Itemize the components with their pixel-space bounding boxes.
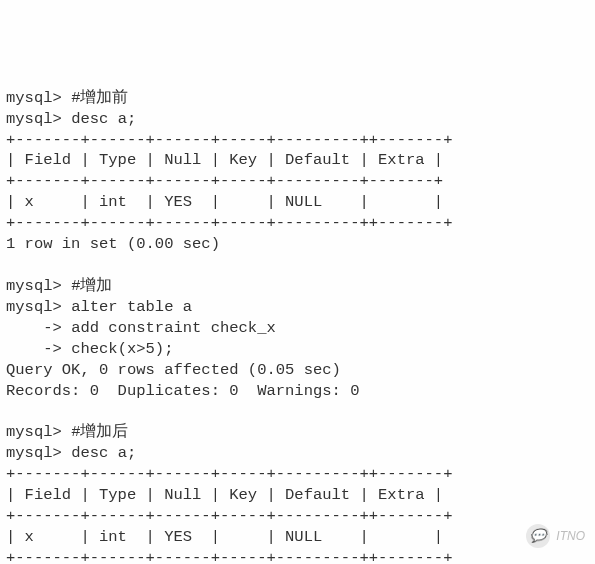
prompt: mysql> bbox=[6, 423, 62, 441]
table-row: | x | int | YES | | NULL | | bbox=[6, 528, 443, 546]
mysql-terminal: mysql> #增加前 mysql> desc a; +-------+----… bbox=[6, 88, 589, 564]
comment-before: #增加前 bbox=[71, 89, 128, 107]
query-ok: Query OK, 0 rows affected (0.05 sec) bbox=[6, 361, 341, 379]
table-header: | Field | Type | Null | Key | Default | … bbox=[6, 151, 443, 169]
records-line: Records: 0 Duplicates: 0 Warnings: 0 bbox=[6, 382, 359, 400]
cmd-desc-a-1: desc a; bbox=[71, 110, 136, 128]
cmd-alter-table: alter table a bbox=[71, 298, 192, 316]
watermark-text: ITNO bbox=[556, 528, 585, 544]
prompt: mysql> bbox=[6, 110, 62, 128]
cmd-check: check(x>5); bbox=[71, 340, 173, 358]
prompt: mysql> bbox=[6, 277, 62, 295]
table-border: +-------+------+------+-----+---------++… bbox=[6, 549, 452, 564]
table-header: | Field | Type | Null | Key | Default | … bbox=[6, 486, 443, 504]
comment-add: #增加 bbox=[71, 277, 112, 295]
table-row: | x | int | YES | | NULL | | bbox=[6, 193, 443, 211]
cmd-add-constraint: add constraint check_x bbox=[71, 319, 276, 337]
table-border: +-------+------+------+-----+---------++… bbox=[6, 465, 452, 483]
prompt: mysql> bbox=[6, 444, 62, 462]
table-border: +-------+------+------+-----+---------++… bbox=[6, 507, 452, 525]
table-border: +-------+------+------+-----+---------++… bbox=[6, 131, 452, 149]
cmd-desc-a-2: desc a; bbox=[71, 444, 136, 462]
prompt: mysql> bbox=[6, 298, 62, 316]
watermark: 💬 ITNO bbox=[526, 524, 585, 548]
watermark-icon: 💬 bbox=[526, 524, 550, 548]
prompt: mysql> bbox=[6, 89, 62, 107]
table-border: +-------+------+------+-----+---------+-… bbox=[6, 172, 443, 190]
comment-after: #增加后 bbox=[71, 423, 128, 441]
cont-prompt: -> bbox=[6, 340, 62, 358]
cont-prompt: -> bbox=[6, 319, 62, 337]
result-footer: 1 row in set (0.00 sec) bbox=[6, 235, 220, 253]
table-border: +-------+------+------+-----+---------++… bbox=[6, 214, 452, 232]
